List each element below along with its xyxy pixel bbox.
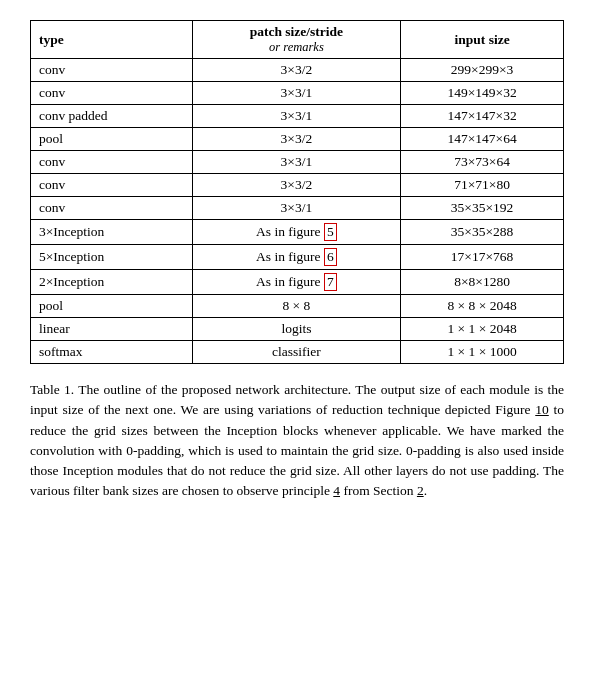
table-row: softmaxclassifier1 × 1 × 1000	[31, 341, 564, 364]
cell-patch: 3×3/2	[192, 128, 400, 151]
patch-header-sub: or remarks	[201, 40, 392, 55]
table-row: pool3×3/2147×147×64	[31, 128, 564, 151]
cell-input: 147×147×32	[401, 105, 564, 128]
cell-type: conv	[31, 174, 193, 197]
cell-patch: As in figure 6	[192, 245, 400, 270]
cell-input: 35×35×288	[401, 220, 564, 245]
cell-input: 147×147×64	[401, 128, 564, 151]
cell-patch: As in figure 7	[192, 270, 400, 295]
table-row: conv3×3/135×35×192	[31, 197, 564, 220]
caption-link[interactable]: 10	[535, 402, 549, 417]
cell-patch: 3×3/1	[192, 105, 400, 128]
architecture-table: type patch size/stride or remarks input …	[30, 20, 564, 364]
cell-patch: 3×3/1	[192, 82, 400, 105]
cell-input: 73×73×64	[401, 151, 564, 174]
architecture-table-wrapper: type patch size/stride or remarks input …	[30, 20, 564, 364]
table-row: conv3×3/271×71×80	[31, 174, 564, 197]
cell-patch: logits	[192, 318, 400, 341]
table-row: 2×InceptionAs in figure 78×8×1280	[31, 270, 564, 295]
cell-input: 1 × 1 × 1000	[401, 341, 564, 364]
cell-input: 299×299×3	[401, 59, 564, 82]
cell-type: 2×Inception	[31, 270, 193, 295]
cell-patch: As in figure 5	[192, 220, 400, 245]
cell-type: conv	[31, 59, 193, 82]
cell-type: conv padded	[31, 105, 193, 128]
cell-input: 1 × 1 × 2048	[401, 318, 564, 341]
table-row: conv3×3/2299×299×3	[31, 59, 564, 82]
table-row: 5×InceptionAs in figure 617×17×768	[31, 245, 564, 270]
table-row: 3×InceptionAs in figure 535×35×288	[31, 220, 564, 245]
col-header-input: input size	[401, 21, 564, 59]
caption-link[interactable]: 2	[417, 483, 424, 498]
caption-link[interactable]: 4	[333, 483, 340, 498]
table-row: conv3×3/1149×149×32	[31, 82, 564, 105]
cell-patch: 3×3/2	[192, 59, 400, 82]
figure-link: 5	[324, 223, 337, 241]
cell-input: 35×35×192	[401, 197, 564, 220]
cell-type: linear	[31, 318, 193, 341]
cell-input: 8 × 8 × 2048	[401, 295, 564, 318]
cell-type: conv	[31, 197, 193, 220]
cell-patch: 3×3/2	[192, 174, 400, 197]
cell-input: 17×17×768	[401, 245, 564, 270]
cell-patch: 3×3/1	[192, 151, 400, 174]
cell-patch: 8 × 8	[192, 295, 400, 318]
cell-input: 71×71×80	[401, 174, 564, 197]
cell-patch: classifier	[192, 341, 400, 364]
cell-type: softmax	[31, 341, 193, 364]
cell-input: 149×149×32	[401, 82, 564, 105]
cell-type: 5×Inception	[31, 245, 193, 270]
col-header-patch: patch size/stride or remarks	[192, 21, 400, 59]
cell-type: 3×Inception	[31, 220, 193, 245]
table-row: linearlogits1 × 1 × 2048	[31, 318, 564, 341]
figure-link: 6	[324, 248, 337, 266]
figure-link: 7	[324, 273, 337, 291]
patch-header-main: patch size/stride	[201, 24, 392, 40]
table-caption: Table 1. The outline of the proposed net…	[30, 380, 564, 502]
cell-type: conv	[31, 82, 193, 105]
cell-type: conv	[31, 151, 193, 174]
table-row: conv3×3/173×73×64	[31, 151, 564, 174]
cell-type: pool	[31, 295, 193, 318]
table-row: pool8 × 88 × 8 × 2048	[31, 295, 564, 318]
cell-patch: 3×3/1	[192, 197, 400, 220]
cell-type: pool	[31, 128, 193, 151]
table-row: conv padded3×3/1147×147×32	[31, 105, 564, 128]
cell-input: 8×8×1280	[401, 270, 564, 295]
col-header-type: type	[31, 21, 193, 59]
